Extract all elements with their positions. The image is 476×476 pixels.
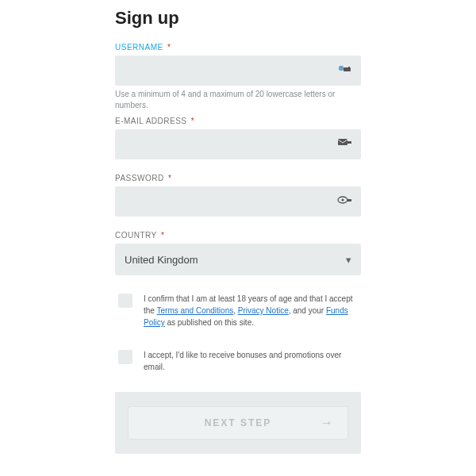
email-label: E-MAIL ADDRESS * [115,117,361,125]
svg-rect-7 [347,199,351,202]
next-step-label: NEXT STEP [205,417,272,428]
signup-form: Sign up USERNAME * Use a minimum of 4 an… [115,8,361,454]
required-mark: * [167,43,171,52]
caret-down-icon: ▾ [346,254,351,266]
terms-checkbox[interactable] [118,294,132,308]
country-label-text: COUNTRY [115,231,157,240]
required-mark: * [168,174,171,182]
username-field [115,56,361,86]
eye-key-icon [337,194,353,209]
password-field [115,186,361,217]
svg-rect-4 [347,141,351,144]
terms-link[interactable]: Terms and Conditions [157,306,234,315]
promo-text: I accept, I'd like to receive bonuses an… [144,349,358,373]
email-label-text: E-MAIL ADDRESS [115,117,187,125]
next-step-button[interactable]: NEXT STEP → [128,406,348,440]
privacy-link[interactable]: Privacy Notice [238,306,289,315]
promo-checkbox[interactable] [118,350,132,364]
svg-point-6 [341,198,344,201]
required-mark: * [191,117,194,125]
terms-text: I confirm that I am at least 18 years of… [144,293,358,328]
promo-row: I accept, I'd like to receive bonuses an… [115,349,361,373]
button-container: NEXT STEP → [115,392,361,454]
password-label-text: PASSWORD [115,174,164,182]
svg-point-0 [339,66,344,71]
svg-rect-2 [348,67,350,68]
terms-post: as published on this site. [165,318,254,327]
password-input[interactable] [115,186,361,217]
username-label: USERNAME * [115,43,361,52]
required-mark: * [161,231,164,240]
envelope-key-icon [337,137,353,152]
username-label-text: USERNAME [115,43,163,52]
svg-rect-3 [338,139,347,145]
user-key-icon [337,63,353,78]
sep2: , and your [289,306,326,315]
username-hint: Use a minimum of 4 and a maximum of 20 l… [115,89,361,110]
country-value: United Kingdom [125,254,198,266]
arrow-right-icon: → [321,416,335,430]
page-title: Sign up [115,8,361,29]
country-label: COUNTRY * [115,231,361,240]
country-select[interactable]: United Kingdom ▾ [115,244,361,275]
terms-row: I confirm that I am at least 18 years of… [115,293,361,328]
email-input[interactable] [115,129,361,159]
username-input[interactable] [115,56,361,86]
email-field [115,129,361,159]
password-label: PASSWORD * [115,174,361,182]
